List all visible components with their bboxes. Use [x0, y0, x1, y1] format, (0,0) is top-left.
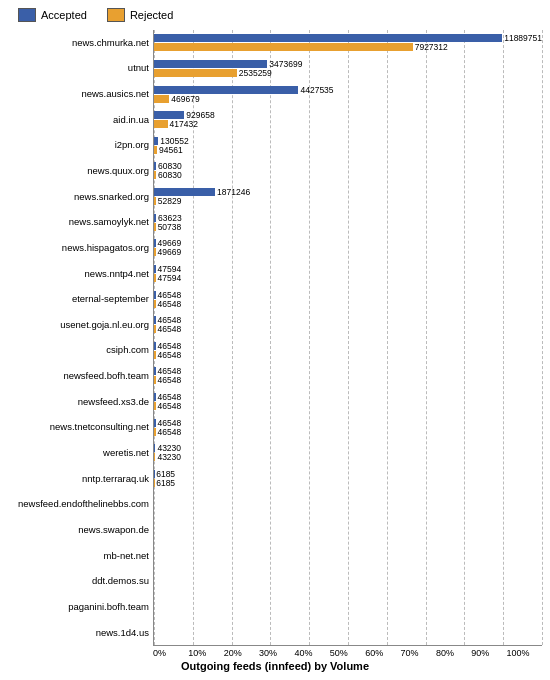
bar-group: 118897517927312 [154, 34, 542, 52]
y-label: news.hispagatos.org [8, 239, 149, 257]
bar-group: 13055294561 [154, 136, 542, 154]
bar-group [154, 598, 542, 616]
bar-accepted [154, 444, 155, 452]
bar-group [154, 521, 542, 539]
y-label: news.1d4.us [8, 624, 149, 642]
y-label: usenet.goja.nl.eu.org [8, 316, 149, 334]
bar-accepted-value: 1871246 [217, 187, 250, 197]
y-label: news.tnetconsulting.net [8, 419, 149, 437]
y-label: news.chmurka.net [8, 34, 149, 52]
bar-row-accepted: 46548 [154, 393, 542, 401]
bar-rejected-value: 60830 [158, 170, 182, 180]
bar-group: 929658417432 [154, 111, 542, 129]
bar-accepted [154, 291, 156, 299]
bar-row-accepted: 929658 [154, 111, 542, 119]
bar-rejected-value: 6185 [156, 478, 175, 488]
y-label: nntp.terraraq.uk [8, 470, 149, 488]
bar-rejected-value: 46548 [158, 299, 182, 309]
bar-group: 4966949669 [154, 239, 542, 257]
bar-row-rejected: 52829 [154, 197, 542, 205]
bar-group: 34736992535259 [154, 59, 542, 77]
bar-row-rejected: 2535259 [154, 69, 542, 77]
x-tick: 0% [153, 648, 188, 658]
rejected-icon [107, 8, 125, 22]
bar-rejected-value: 46548 [158, 324, 182, 334]
y-label: news.snarked.org [8, 188, 149, 206]
bar-row-accepted: 4427535 [154, 86, 542, 94]
bar-row-accepted: 46548 [154, 342, 542, 350]
bar-group: 4654846548 [154, 290, 542, 308]
bar-row-accepted: 130552 [154, 137, 542, 145]
bar-group: 6083060830 [154, 162, 542, 180]
bar-row-accepted [154, 547, 542, 555]
bar-row-accepted: 43230 [154, 444, 542, 452]
bar-row-rejected: 7927312 [154, 43, 542, 51]
bar-group: 4323043230 [154, 444, 542, 462]
bar-row-accepted [154, 572, 542, 580]
bar-accepted [154, 342, 156, 350]
bar-accepted [154, 188, 215, 196]
bar-row-rejected: 43230 [154, 453, 542, 461]
bar-group: 61856185 [154, 469, 542, 487]
y-label: weretis.net [8, 444, 149, 462]
bar-rejected [154, 146, 157, 154]
bar-row-rejected [154, 530, 542, 538]
bar-row-accepted [154, 598, 542, 606]
bar-rejected-value: 2535259 [239, 68, 272, 78]
bar-group: 4427535469679 [154, 85, 542, 103]
bar-row-accepted [154, 624, 542, 632]
bar-group: 4654846548 [154, 316, 542, 334]
x-tick: 90% [471, 648, 506, 658]
bar-rejected [154, 43, 413, 51]
bars-area: 1188975179273123473699253525944275354696… [153, 30, 542, 646]
bar-accepted [154, 60, 267, 68]
bar-rejected-value: 50738 [158, 222, 182, 232]
bar-row-rejected [154, 581, 542, 589]
bar-group: 4654846548 [154, 341, 542, 359]
bar-group: 4759447594 [154, 264, 542, 282]
bar-row-rejected: 6185 [154, 479, 542, 487]
bar-row-accepted: 46548 [154, 291, 542, 299]
bar-rejected-value: 46548 [158, 427, 182, 437]
bar-accepted [154, 419, 156, 427]
bar-accepted-value: 4427535 [300, 85, 333, 95]
bar-row-rejected: 46548 [154, 376, 542, 384]
bar-rejected [154, 300, 156, 308]
y-label: news.samoylyk.net [8, 213, 149, 231]
bar-group [154, 546, 542, 564]
bar-row-rejected: 94561 [154, 146, 542, 154]
bar-rejected [154, 351, 156, 359]
bar-group [154, 623, 542, 641]
bar-rejected [154, 120, 168, 128]
bar-row-accepted [154, 496, 542, 504]
x-tick: 70% [401, 648, 436, 658]
bar-accepted [154, 162, 156, 170]
bar-row-accepted: 46548 [154, 419, 542, 427]
bar-group [154, 495, 542, 513]
bar-rejected-value: 46548 [158, 401, 182, 411]
bar-rejected-value: 94561 [159, 145, 183, 155]
bar-row-rejected: 46548 [154, 428, 542, 436]
bar-accepted [154, 111, 184, 119]
x-tick: 20% [224, 648, 259, 658]
bar-row-rejected [154, 633, 542, 641]
bar-group: 6362350738 [154, 213, 542, 231]
x-tick: 50% [330, 648, 365, 658]
bar-row-accepted: 46548 [154, 316, 542, 324]
bar-row-accepted [154, 521, 542, 529]
y-label: mb-net.net [8, 547, 149, 565]
bar-accepted [154, 393, 156, 401]
bar-rejected-value: 417432 [170, 119, 198, 129]
bar-row-rejected: 46548 [154, 300, 542, 308]
y-label: aid.in.ua [8, 111, 149, 129]
bar-rejected-value: 46548 [158, 350, 182, 360]
bar-row-rejected: 46548 [154, 351, 542, 359]
bar-accepted [154, 34, 502, 42]
bar-accepted [154, 265, 156, 273]
bar-rejected [154, 171, 156, 179]
y-label: paganini.bofh.team [8, 598, 149, 616]
bar-row-rejected: 49669 [154, 248, 542, 256]
bar-accepted [154, 86, 298, 94]
bar-row-rejected: 60830 [154, 171, 542, 179]
x-tick: 40% [294, 648, 329, 658]
